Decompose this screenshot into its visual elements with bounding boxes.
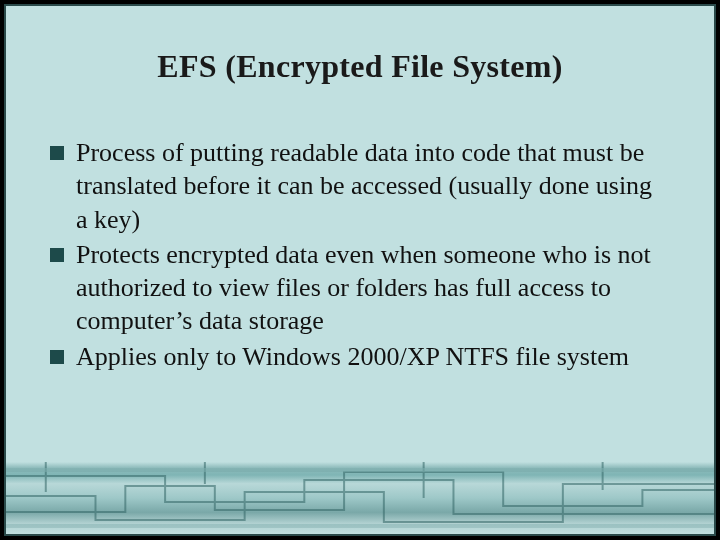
bullet-text: Protects encrypted data even when someon… [76, 238, 666, 338]
bullet-list: Process of putting readable data into co… [50, 136, 666, 375]
slide-title: EFS (Encrypted File System) [6, 48, 714, 85]
square-bullet-icon [50, 248, 64, 262]
circuit-lines-icon [6, 462, 714, 534]
bullet-text: Process of putting readable data into co… [76, 136, 666, 236]
list-item: Process of putting readable data into co… [50, 136, 666, 236]
square-bullet-icon [50, 146, 64, 160]
bullet-text: Applies only to Windows 2000/XP NTFS fil… [76, 340, 666, 373]
list-item: Protects encrypted data even when someon… [50, 238, 666, 338]
list-item: Applies only to Windows 2000/XP NTFS fil… [50, 340, 666, 373]
square-bullet-icon [50, 350, 64, 364]
footer-circuit-graphic [6, 462, 714, 534]
slide-frame: EFS (Encrypted File System) Process of p… [4, 4, 716, 536]
